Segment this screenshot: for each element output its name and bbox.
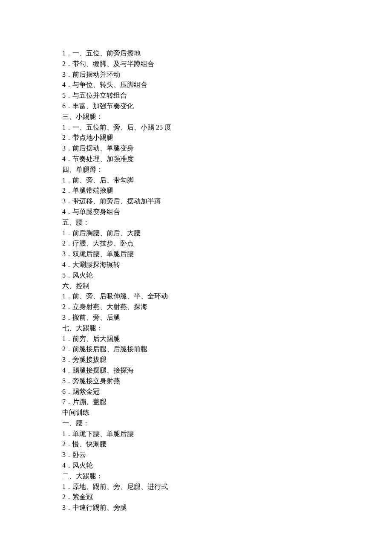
text-line: 1．前、旁、后、带勾脚 [62, 175, 392, 186]
text-line: 1．一、五位前、旁、后、小踢 25 度 [62, 122, 392, 133]
text-line: 3．前后摆动并环动 [62, 69, 392, 80]
text-line: 3．带迈移、前旁后、摆动加半蹲 [62, 196, 392, 207]
text-line: 一、腰： [62, 418, 392, 429]
text-line: 六、控制 [62, 281, 392, 292]
text-line: 7．片蹦、盖腿 [62, 397, 392, 408]
text-line: 3．搬前、旁、后腿 [62, 312, 392, 323]
text-line: 3．双跪后腰、单腿后腰 [62, 249, 392, 260]
text-line: 6．丰富、加强节奏变化 [62, 101, 392, 112]
text-line: 6．踢紫金冠 [62, 387, 392, 397]
text-line: 2．前腿接后腿、后腿接前腿 [62, 344, 392, 355]
text-line: 2．带点地小踢腿 [62, 133, 392, 143]
text-line: 4．与单腿变身组合 [62, 207, 392, 217]
text-line: 2．紫金冠 [62, 492, 392, 503]
text-line: 四、单腿蹲： [62, 165, 392, 175]
text-line: 2．疗腰、大技步、卧点 [62, 238, 392, 249]
text-line: 1．单跪下腰、单腿后腰 [62, 429, 392, 439]
text-line: 中间训练 [62, 408, 392, 418]
text-line: 5．风火轮 [62, 270, 392, 281]
text-line: 2．带勾、绷脚、及与半蹲组合 [62, 59, 392, 69]
text-line: 七、大踢腿： [62, 323, 392, 334]
text-line: 4．踢腿接摆腿、接探海 [62, 365, 392, 376]
text-line: 二、大踢腿： [62, 471, 392, 482]
text-line: 5．与五位并立转组合 [62, 90, 392, 101]
text-line: 1．原地、踢前、旁、尼腿、进行式 [62, 482, 392, 492]
text-line: 1．一、五位、前旁后擦地 [62, 48, 392, 59]
document-body: 1．一、五位、前旁后擦地2．带勾、绷脚、及与半蹲组合3．前后摆动并环动4．与争位… [62, 48, 392, 513]
text-line: 2．立身射燕、大射燕、探海 [62, 302, 392, 312]
text-line: 3．旁腿接拔腿 [62, 355, 392, 365]
text-line: 4．风火轮 [62, 460, 392, 471]
text-line: 4．节奏处理、加强准度 [62, 154, 392, 165]
text-line: 3．前后摆动、单腿变身 [62, 143, 392, 154]
text-line: 1．前后胸腰、前后、大腰 [62, 228, 392, 239]
text-line: 三、小踢腿： [62, 112, 392, 122]
text-line: 4．大涮腰探海辗转 [62, 260, 392, 270]
text-line: 4．与争位、转头、压脚组合 [62, 80, 392, 90]
text-line: 1．前穷、后大踢腿 [62, 334, 392, 344]
text-line: 五、腰： [62, 217, 392, 228]
text-line: 3．卧云 [62, 450, 392, 460]
text-line: 1．前、旁、后吸伸腿、半、全环动 [62, 291, 392, 302]
text-line: 2．单腿带端掖腿 [62, 185, 392, 196]
text-line: 2．慢、快涮腰 [62, 439, 392, 450]
text-line: 3．中速行踢前、旁腿 [62, 503, 392, 513]
text-line: 5．旁腿接立身射燕 [62, 376, 392, 387]
